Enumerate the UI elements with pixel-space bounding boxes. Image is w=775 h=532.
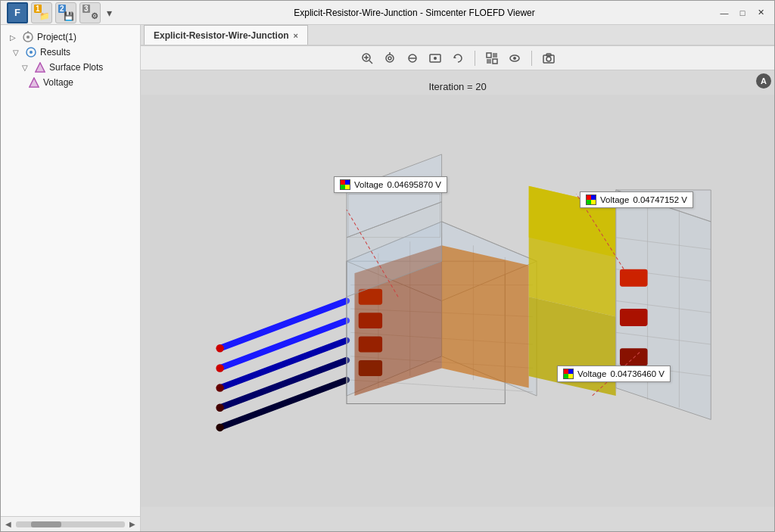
project-label: Project(1)	[37, 32, 76, 42]
display-mode-icon[interactable]	[483, 49, 501, 67]
left-panel: ▷ Project(1) ▽	[1, 25, 141, 531]
eye-icon[interactable]	[506, 49, 524, 67]
collapse-icon-2: ▽	[19, 61, 31, 73]
probe-label-3: Voltage 0.04736460 V	[557, 366, 671, 382]
reset-icon[interactable]	[449, 49, 467, 67]
surface-plots-label: Surface Plots	[49, 62, 103, 73]
probe-3-value: 0.04736460 V	[610, 369, 665, 378]
toolbar-btn-3[interactable]: 3 ⚙	[79, 2, 101, 23]
probe-1-name: Voltage	[354, 180, 383, 189]
svg-rect-22	[487, 53, 491, 58]
svg-line-10	[369, 61, 372, 64]
svg-point-1	[26, 36, 30, 39]
voltage-label: Voltage	[43, 77, 73, 88]
right-panel: Explicit-Resistor-Wire-Junction ×	[141, 25, 774, 531]
probe-label-1: Voltage 0.04695870 V	[334, 176, 447, 193]
probe-2-value: 0.04747152 V	[633, 195, 687, 204]
tree-item-project[interactable]: ▷ Project(1)	[4, 30, 137, 45]
toolbar-separator-2	[531, 51, 532, 66]
title-bar-left: F 1 📁 2 💾 3 ⚙ ▾	[7, 2, 112, 23]
probe-1-value: 0.04695870 V	[387, 180, 441, 189]
svg-point-14	[388, 57, 391, 60]
svg-rect-76	[620, 309, 648, 326]
svg-marker-6	[36, 63, 45, 72]
tab-bar: Explicit-Resistor-Wire-Junction ×	[141, 25, 774, 46]
maximize-button[interactable]: □	[735, 5, 750, 20]
probe-color-box-3	[563, 369, 574, 379]
scroll-left-arrow[interactable]: ◀	[4, 520, 13, 528]
tab-main[interactable]: Explicit-Resistor-Wire-Junction ×	[144, 25, 308, 45]
results-label: Results	[40, 47, 70, 58]
probe-3-name: Voltage	[577, 369, 606, 378]
close-button[interactable]: ✕	[753, 5, 768, 20]
svg-point-40	[216, 404, 223, 412]
svg-rect-75	[620, 269, 648, 287]
svg-marker-65	[616, 190, 711, 419]
svg-marker-60	[442, 245, 529, 387]
probe-color-box-1	[340, 179, 350, 190]
svg-point-39	[216, 384, 223, 391]
viewer-toolbar	[141, 46, 774, 70]
window-controls: — □ ✕	[717, 5, 768, 20]
probe-color-box-2	[586, 194, 596, 205]
scroll-right-arrow[interactable]: ▶	[128, 520, 137, 528]
tab-label: Explicit-Resistor-Wire-Junction	[154, 30, 289, 41]
collapse-icon: ▽	[10, 46, 22, 58]
svg-rect-25	[493, 59, 497, 64]
expand-icon: ▷	[7, 31, 19, 43]
svg-point-20	[434, 57, 437, 60]
tree-item-voltage[interactable]: Voltage	[4, 75, 137, 90]
zoom-fit-icon[interactable]	[358, 49, 376, 67]
toolbar-btn-2[interactable]: 2 💾	[55, 2, 76, 23]
results-icon	[25, 46, 37, 58]
toolbar-separator	[475, 51, 475, 66]
probe-label-2: Voltage 0.04747152 V	[580, 191, 693, 208]
tree-scrollbar[interactable]: ◀ ▶	[1, 516, 140, 531]
rotate-icon[interactable]	[381, 49, 399, 67]
svg-rect-77	[620, 348, 648, 366]
svg-point-29	[546, 57, 551, 61]
app-icon: F	[7, 2, 28, 23]
svg-point-27	[513, 57, 516, 60]
svg-rect-23	[493, 53, 497, 58]
tab-close-button[interactable]: ×	[294, 31, 298, 40]
snapshot-icon[interactable]	[540, 49, 558, 67]
viewport: A Iteration = 20 0.05000000 0.04750000 0…	[141, 70, 774, 531]
probe-icon[interactable]	[426, 49, 444, 67]
window-title: Explicit-Resistor-Wire-Junction - Simcen…	[112, 8, 717, 18]
voltage-icon	[28, 76, 40, 89]
toolbar-dropdown[interactable]: ▾	[107, 7, 112, 19]
tree-view: ▷ Project(1) ▽	[1, 25, 140, 516]
tree-item-surface-plots[interactable]: ▽ Surface Plots	[4, 60, 137, 75]
tree-item-results[interactable]: ▽ Results	[4, 45, 137, 60]
3d-visualization	[141, 70, 774, 531]
probe-2-name: Voltage	[600, 195, 629, 204]
pan-icon[interactable]	[403, 49, 422, 67]
surface-plots-icon	[34, 61, 46, 73]
scroll-thumb[interactable]	[16, 521, 125, 527]
svg-marker-8	[30, 78, 39, 87]
title-bar: F 1 📁 2 💾 3 ⚙ ▾ Explicit-Resistor-Wire-J…	[1, 1, 774, 25]
svg-rect-24	[487, 59, 491, 64]
svg-point-37	[216, 344, 223, 352]
svg-point-4	[30, 51, 33, 54]
svg-point-41	[216, 424, 223, 431]
main-content: ▷ Project(1) ▽	[1, 25, 774, 531]
minimize-button[interactable]: —	[717, 5, 732, 20]
project-icon	[22, 31, 34, 43]
svg-point-38	[216, 364, 223, 372]
toolbar-btn-1[interactable]: 1 📁	[31, 2, 52, 23]
main-window: F 1 📁 2 💾 3 ⚙ ▾ Explicit-Resistor-Wire-J…	[0, 0, 775, 532]
svg-point-13	[386, 54, 394, 62]
